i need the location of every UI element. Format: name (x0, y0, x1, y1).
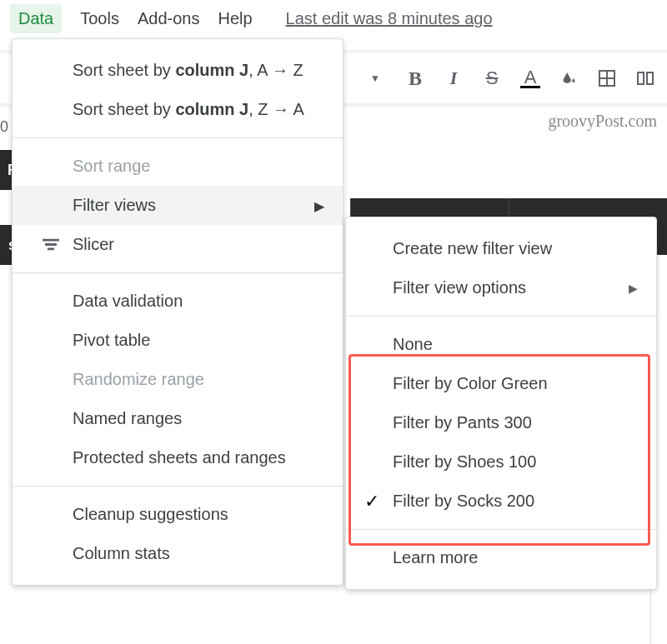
submenu-none[interactable]: None (346, 325, 656, 364)
menu-pivot-table[interactable]: Pivot table (13, 321, 343, 360)
submenu-create-label: Create new filter view (393, 239, 552, 257)
submenu-filter-view-3-label: Filter by Socks 200 (393, 492, 534, 510)
submenu-filter-view-0[interactable]: Filter by Color Green (346, 364, 656, 403)
menu-separator (13, 486, 343, 487)
menu-data-validation[interactable]: Data validation (13, 282, 343, 321)
toolbar-truncated-number: 0 (0, 118, 8, 136)
data-menu-dropdown: Sort sheet by column J, A → Z Sort sheet… (12, 38, 344, 586)
borders-icon[interactable] (597, 68, 617, 88)
submenu-filter-view-3[interactable]: ✓ Filter by Socks 200 (346, 482, 656, 521)
svg-rect-6 (45, 243, 57, 246)
menu-column-stats[interactable]: Column stats (13, 534, 343, 573)
menu-sort-za[interactable]: Sort sheet by column J, Z → A (13, 90, 343, 129)
slicer-icon (43, 235, 59, 254)
bold-icon[interactable]: B (405, 68, 425, 88)
menu-slicer[interactable]: Slicer (13, 225, 343, 264)
submenu-filter-view-1-label: Filter by Pants 300 (393, 413, 532, 432)
menu-separator (13, 272, 343, 273)
last-edit-link[interactable]: Last edit was 8 minutes ago (286, 9, 493, 28)
menu-sort-za-label: Sort sheet by column J, Z → A (73, 100, 304, 119)
check-icon: ✓ (364, 491, 379, 512)
menu-sort-az-label: Sort sheet by column J, A → Z (73, 61, 303, 80)
submenu-caret-icon: ▶ (629, 282, 638, 295)
menu-cleanup-suggestions[interactable]: Cleanup suggestions (13, 495, 343, 534)
submenu-learn-more-label: Learn more (393, 548, 478, 567)
fill-color-icon[interactable] (559, 68, 579, 88)
menu-tools[interactable]: Tools (80, 9, 119, 28)
menu-slicer-label: Slicer (73, 235, 114, 254)
submenu-filter-view-1[interactable]: Filter by Pants 300 (346, 403, 656, 442)
menu-help[interactable]: Help (218, 9, 252, 28)
menu-randomize-range-label: Randomize range (73, 370, 204, 389)
menu-sort-range-label: Sort range (73, 157, 150, 176)
menu-pivot-table-label: Pivot table (73, 331, 150, 350)
strikethrough-icon[interactable]: S (482, 68, 502, 88)
toolbar-right-group: ▼ B I S A (370, 68, 659, 88)
menu-named-ranges[interactable]: Named ranges (13, 399, 343, 438)
menu-sort-range: Sort range (13, 147, 343, 186)
submenu-create-filter-view[interactable]: Create new filter view (346, 229, 656, 268)
svg-rect-4 (647, 72, 653, 84)
merge-cells-icon[interactable] (635, 68, 655, 88)
menu-filter-views[interactable]: Filter views ▶ (13, 186, 343, 225)
submenu-filter-view-options[interactable]: Filter view options ▶ (346, 268, 656, 307)
menu-addons[interactable]: Add-ons (138, 9, 200, 28)
submenu-filter-view-2-label: Filter by Shoes 100 (393, 452, 536, 471)
submenu-caret-icon: ▶ (314, 197, 324, 213)
svg-rect-3 (638, 72, 644, 84)
italic-icon[interactable]: I (444, 68, 464, 88)
menu-protected-sheets[interactable]: Protected sheets and ranges (13, 438, 343, 477)
menu-data-validation-label: Data validation (73, 292, 183, 311)
submenu-none-label: None (393, 335, 433, 353)
menubar: Data Tools Add-ons Help Last edit was 8 … (0, 0, 667, 37)
menu-protected-sheets-label: Protected sheets and ranges (73, 448, 286, 467)
submenu-filter-view-0-label: Filter by Color Green (393, 374, 548, 392)
submenu-filter-view-2[interactable]: Filter by Shoes 100 (346, 442, 656, 482)
watermark-text: groovyPost.com (548, 112, 657, 131)
menu-named-ranges-label: Named ranges (73, 409, 182, 428)
menu-data[interactable]: Data (10, 4, 62, 33)
menu-randomize-range: Randomize range (13, 360, 343, 399)
submenu-learn-more[interactable]: Learn more (346, 538, 656, 577)
svg-rect-5 (43, 238, 59, 241)
font-dropdown-caret-icon[interactable]: ▼ (370, 72, 380, 84)
menu-column-stats-label: Column stats (73, 544, 170, 563)
menu-cleanup-label: Cleanup suggestions (73, 505, 228, 524)
font-color-icon[interactable]: A (520, 68, 540, 88)
submenu-separator (346, 529, 656, 530)
svg-rect-7 (48, 247, 54, 250)
submenu-separator (346, 316, 656, 317)
menu-filter-views-label: Filter views (73, 196, 156, 215)
menu-sort-az[interactable]: Sort sheet by column J, A → Z (13, 51, 343, 90)
filter-views-submenu: Create new filter view Filter view optio… (345, 217, 657, 590)
menu-separator (13, 137, 343, 138)
submenu-options-label: Filter view options (393, 278, 526, 297)
